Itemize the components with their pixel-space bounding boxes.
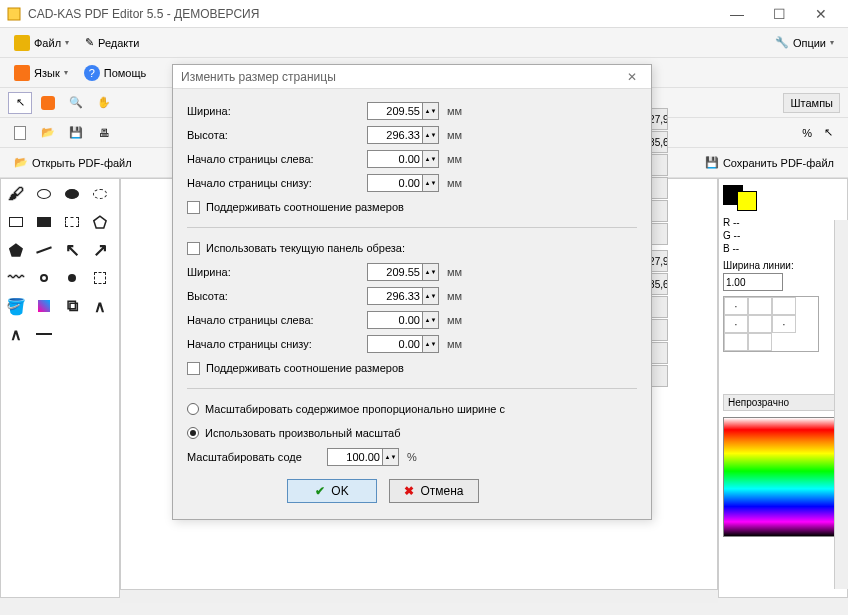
save-pdf-button[interactable]: 💾Сохранить PDF-файл — [699, 154, 840, 171]
circle-tool[interactable] — [33, 267, 55, 289]
dot-tool[interactable] — [61, 267, 83, 289]
menu-lang[interactable]: Язык▾ — [8, 63, 74, 83]
close-button[interactable]: ✕ — [800, 2, 842, 26]
polygon-tool[interactable]: ⬠ — [89, 211, 111, 233]
marker-cell[interactable] — [748, 297, 772, 315]
save-file-button[interactable]: 💾 — [64, 122, 88, 144]
arrow-right-tool[interactable]: ↗ — [89, 239, 111, 261]
left-spin[interactable]: ▲▼ — [423, 150, 439, 168]
height-spin[interactable]: ▲▼ — [423, 126, 439, 144]
width-spin[interactable]: ▲▼ — [423, 102, 439, 120]
height2-input[interactable] — [367, 287, 423, 305]
tool-select[interactable]: ↖ — [8, 92, 32, 114]
height-input[interactable] — [367, 126, 423, 144]
open-pdf-button[interactable]: 📂Открыть PDF-файл — [8, 154, 138, 171]
tab-stamps[interactable]: Штампы — [783, 93, 840, 113]
keep-aspect2-label: Поддерживать соотношение размеров — [206, 362, 404, 374]
polygon-fill-icon: ⬟ — [9, 241, 23, 260]
minimize-button[interactable]: ― — [716, 2, 758, 26]
tool-crop[interactable] — [36, 92, 60, 114]
ellipse-tool[interactable] — [33, 183, 55, 205]
window-titlebar: CAD-KAS PDF Editor 5.5 - ДЕМОВЕРСИЯ ― ☐ … — [0, 0, 848, 28]
color-tool[interactable] — [33, 295, 55, 317]
brush-tool[interactable]: 🖌 — [5, 183, 27, 205]
ellipse-dash-icon — [93, 189, 107, 199]
width2-input[interactable] — [367, 263, 423, 281]
scale-content-spin[interactable]: ▲▼ — [383, 448, 399, 466]
maximize-button[interactable]: ☐ — [758, 2, 800, 26]
arrow-left-tool[interactable]: ↖ — [61, 239, 83, 261]
color-gradient[interactable] — [723, 417, 843, 537]
use-cropbox-label: Использовать текущую панель обреза: — [206, 242, 405, 254]
brush-icon: 🖌 — [8, 185, 24, 203]
paint-tool[interactable]: 🪣 — [5, 295, 27, 317]
cursor-icon: ↖ — [16, 96, 25, 109]
unit-percent: % — [407, 451, 417, 463]
clone-tool[interactable]: ⧉ — [61, 295, 83, 317]
keep-aspect-checkbox[interactable] — [187, 201, 200, 214]
ellipse-dash-tool[interactable] — [89, 183, 111, 205]
use-cropbox-checkbox[interactable] — [187, 242, 200, 255]
menu-help[interactable]: ?Помощь — [78, 63, 153, 83]
rgb-b: B -- — [723, 243, 843, 254]
rect-fill-tool[interactable] — [33, 211, 55, 233]
print-button[interactable]: 🖶 — [92, 122, 116, 144]
marker-dot[interactable]: · — [772, 315, 796, 333]
curve-tool[interactable]: 〰 — [5, 267, 27, 289]
x-icon: ✖ — [404, 484, 414, 498]
menu-file[interactable]: Файл▾ — [8, 33, 75, 53]
open-file-button[interactable]: 📂 — [36, 122, 60, 144]
new-file-button[interactable] — [8, 122, 32, 144]
keep-aspect2-checkbox[interactable] — [187, 362, 200, 375]
window-title: CAD-KAS PDF Editor 5.5 - ДЕМОВЕРСИЯ — [28, 7, 716, 21]
marker-dot[interactable]: · — [724, 297, 748, 315]
tool-hand[interactable]: ✋ — [92, 92, 116, 114]
line-tool[interactable] — [33, 239, 55, 261]
wave2-tool[interactable]: ∧ — [5, 323, 27, 345]
scale-proportional-radio[interactable] — [187, 403, 199, 415]
pointer-button[interactable]: ↖ — [816, 122, 840, 144]
left2-spin[interactable]: ▲▼ — [423, 311, 439, 329]
dialog-close-button[interactable]: ✕ — [621, 70, 643, 84]
hline-tool[interactable] — [33, 323, 55, 345]
swatch-yellow[interactable] — [737, 191, 757, 211]
height2-spin[interactable]: ▲▼ — [423, 287, 439, 305]
rect-dash-tool[interactable] — [61, 211, 83, 233]
width-input[interactable] — [367, 102, 423, 120]
bottom-margin-input[interactable] — [367, 174, 423, 192]
scale-proportional-label: Масштабировать содержимое пропорциональн… — [205, 403, 505, 415]
marker-cell[interactable] — [748, 333, 772, 351]
unit-mm: мм — [447, 290, 462, 302]
left2-input[interactable] — [367, 311, 423, 329]
polygon-fill-tool[interactable]: ⬟ — [5, 239, 27, 261]
marker-grid: · · · — [723, 296, 819, 352]
ellipse-fill-tool[interactable] — [61, 183, 83, 205]
menu-edit[interactable]: ✎Редакти — [79, 34, 145, 51]
pointer-icon: ↖ — [824, 126, 833, 139]
bottom2-input[interactable] — [367, 335, 423, 353]
bottom2-spin[interactable]: ▲▼ — [423, 335, 439, 353]
marquee-tool[interactable] — [89, 267, 111, 289]
marker-cell[interactable] — [772, 297, 796, 315]
paint-icon: 🪣 — [6, 297, 26, 316]
vertical-scrollbar[interactable] — [834, 220, 848, 589]
menu-options[interactable]: 🔧Опции▾ — [769, 34, 840, 51]
left-margin-input[interactable] — [367, 150, 423, 168]
bottom-spin[interactable]: ▲▼ — [423, 174, 439, 192]
wave-tool[interactable]: ∧ — [89, 295, 111, 317]
unit-mm: мм — [447, 177, 462, 189]
width2-spin[interactable]: ▲▼ — [423, 263, 439, 281]
marker-cell[interactable] — [748, 315, 772, 333]
marker-cell[interactable] — [724, 333, 748, 351]
marker-dot[interactable]: · — [724, 315, 748, 333]
arrow-nw-icon: ↖ — [65, 241, 80, 259]
rect-tool[interactable] — [5, 211, 27, 233]
scale-content-input[interactable] — [327, 448, 383, 466]
scale-free-radio[interactable] — [187, 427, 199, 439]
ok-button[interactable]: ✔OK — [287, 479, 377, 503]
line-width-input[interactable] — [723, 273, 783, 291]
cancel-button[interactable]: ✖Отмена — [389, 479, 479, 503]
horizontal-scrollbar[interactable] — [120, 589, 718, 603]
svg-rect-0 — [8, 8, 20, 20]
tool-zoom[interactable]: 🔍 — [64, 92, 88, 114]
